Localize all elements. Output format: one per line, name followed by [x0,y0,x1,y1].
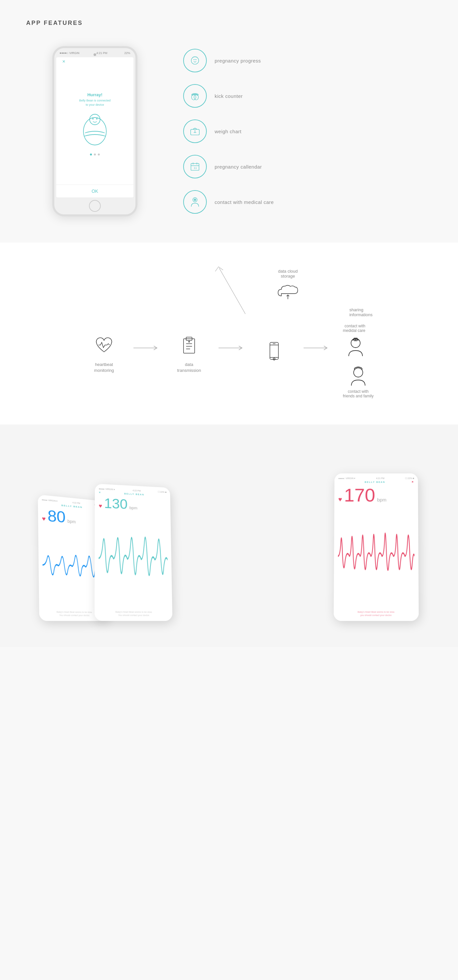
heart-icon-1: ♥ [42,515,46,522]
pagination-dots [90,154,100,156]
ok-button[interactable]: OK [92,189,98,194]
time-label: 4:21 PM [97,51,108,55]
svg-line-47 [219,268,246,314]
family-contact: contact withfriends and family [343,364,374,398]
doctor-icon [189,196,201,208]
arrow-3 [304,345,330,361]
medical-label: contact withmedidal care [343,324,365,333]
footer-2: Baby's Heart Beat seems to be slow.You s… [98,611,168,617]
bpm-unit-1: bpm [67,519,76,524]
bpm-screens-container: ●●●●○VIRGIN ▾ 4:22 PM ☐ 22% BELLY BEAN ♥… [13,457,445,621]
feature-label: pregnancy callendar [215,164,262,170]
wave-container-3 [338,505,415,608]
svg-point-39 [273,358,275,360]
phone-sub-text: Belly Bean is connectedto your device [79,99,111,107]
carrier-1: ●●●●○VIRGIN ▾ [41,498,57,503]
svg-point-1 [90,114,100,125]
carrier-label: ●●●●○ VIRGIN [60,51,79,55]
data-transmission-node: datatransmission [170,332,209,374]
list-item: weigh chart [183,119,274,143]
svg-point-5 [194,59,195,60]
clipboard-icon-wrap [176,332,202,358]
bpm-section: ●●●●○VIRGIN ▾ 4:22 PM ☐ 22% BELLY BEAN ♥… [0,425,458,647]
feature-label: weigh chart [215,129,241,134]
heart-pulse-icon [93,334,116,357]
bpm-screen-3: ●●●●○ VIRGIN ▾ 4:21 PM ☐ 22% ■ BELLY BEA… [334,473,419,621]
heartbeat-label: heartbeatmonitoring [94,362,114,374]
cloud-label: data cloudstorage [278,269,298,278]
heart-icon-3: ♥ [338,496,342,503]
cloud-node: data cloudstorage [275,269,301,301]
feature-icon-circle [183,119,207,143]
clipboard-icon [177,334,201,357]
feature-label: pregnancy progress [215,58,261,64]
ok-section: OK [56,185,133,197]
brand-bar-3: BELLY BEAN ⚑ [338,481,414,484]
battery-3: ☐ 22% ■ [405,477,414,480]
nurse-icon [344,335,367,358]
svg-point-4 [192,57,199,64]
diagonal-arrow-icon [196,261,262,320]
svg-point-46 [353,368,363,377]
phone-content: Hurray! Belly Bean is connectedto your d… [75,66,114,185]
bpm-unit-3: bpm [377,497,387,503]
feature-icon-circle: 11 [183,155,207,178]
transmission-label: datatransmission [177,362,201,374]
baby-illustration [79,111,111,148]
features-section: APP FEATURES ●●●●○ VIRGIN 4:21 PM 22% ✕ … [0,0,458,243]
screen-content-3: ●●●●○ VIRGIN ▾ 4:21 PM ☐ 22% ■ BELLY BEA… [334,473,419,621]
family-label: contact withfriends and family [343,389,374,398]
time-1: 4:22 PM [72,501,80,504]
right-contacts-area: sharinginformations contact withmedidal … [339,307,374,398]
cloud-icon [275,281,301,301]
feature-label: contact with medical care [215,199,274,205]
svg-text:11: 11 [194,166,197,170]
dot-2 [94,154,96,156]
battery-2: ☐ 22% ■ [158,491,166,493]
carrier-3: ●●●●○ VIRGIN ▾ [338,477,355,480]
feet-icon [189,90,201,102]
arrow-1 [133,345,160,361]
brand-2: BELLY BEAN [124,493,144,496]
top-bar-3: ●●●●○ VIRGIN ▾ 4:21 PM ☐ 22% ■ [338,477,414,480]
baby-icon [189,54,201,67]
phone-icon-wrap [261,338,287,364]
features-list: pregnancy progress kick co [183,49,274,214]
screen-content-2: ●●●●○VIRGIN ▾ 4:22 PM ☐ 22% ■ ✕ BELLY BE… [95,484,173,621]
feature-icon-circle [183,84,207,108]
footer-3: Baby's Heart Beat seems to be slow.you s… [338,611,415,617]
bpm-display-3: ♥ 170 bpm [338,486,414,505]
heart-icon-2: ♥ [99,503,102,509]
bpm-screen-2: ●●●●○VIRGIN ▾ 4:22 PM ☐ 22% ■ ✕ BELLY BE… [95,484,173,621]
time-3: 4:21 PM [376,477,384,480]
calendar-icon: 11 [189,161,201,173]
heartbeat-icon-wrap [91,332,117,358]
time-2: 4:22 PM [133,489,141,492]
smartphone-icon [263,340,285,363]
alert-icon-3: ⚑ [412,481,414,484]
wave-container-2 [98,510,168,608]
close-button[interactable]: ✕ [62,59,65,64]
wave-svg-3 [338,505,415,608]
list-item: kick counter [183,84,274,108]
dot-1 [90,154,92,156]
bpm-unit-2: bpm [130,505,138,510]
phone-home-button[interactable] [89,200,101,212]
section-title: APP FEATURES [26,20,432,27]
battery-label: 22% [124,51,130,55]
list-item: 11 pregnancy callendar [183,155,274,178]
hurray-text: Hurray! [87,92,102,97]
phone-mockup: ●●●●○ VIRGIN 4:21 PM 22% ✕ Hurray! Belly… [52,46,138,216]
brand-3: BELLY BEAN [365,481,385,484]
carrier-2: ●●●●○VIRGIN ▾ [99,488,115,491]
list-item: contact with medical care [183,190,274,214]
phone-camera [94,53,96,56]
bpm-number-2: 130 [104,496,128,511]
svg-point-2 [92,118,94,119]
sharing-label: sharinginformations [349,307,372,317]
phone-screen-top: ✕ [56,57,133,66]
feature-label: kick counter [215,93,243,99]
svg-point-6 [195,59,196,60]
dataflow-section: data cloudstorage heartbeatmonitoring [0,243,458,425]
arrow-2 [219,345,245,361]
